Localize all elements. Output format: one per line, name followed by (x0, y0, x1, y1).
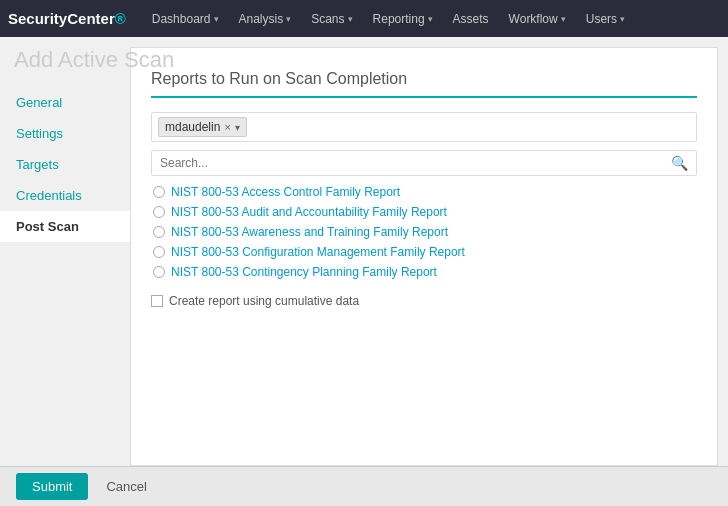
radio-4[interactable] (153, 266, 165, 278)
report-label-3: NIST 800-53 Configuration Management Fam… (171, 245, 465, 259)
radio-2[interactable] (153, 226, 165, 238)
nav-scans[interactable]: Scans ▾ (301, 0, 362, 37)
search-input[interactable] (160, 156, 671, 170)
nav-reporting-arrow: ▾ (428, 14, 433, 24)
cumulative-checkbox[interactable] (151, 295, 163, 307)
tag-dropdown-icon[interactable]: ▾ (235, 122, 240, 133)
section-title: Reports to Run on Scan Completion (151, 70, 697, 88)
report-label-1: NIST 800-53 Audit and Accountability Fam… (171, 205, 447, 219)
nav-reporting-label: Reporting (373, 12, 425, 26)
tag-value: mdaudelin (165, 120, 220, 134)
nav-users[interactable]: Users ▾ (576, 0, 635, 37)
sidebar-item-targets[interactable]: Targets (0, 149, 130, 180)
report-item-2[interactable]: NIST 800-53 Awareness and Training Famil… (151, 222, 697, 242)
nav-analysis[interactable]: Analysis ▾ (229, 0, 302, 37)
logo-center: Center (67, 10, 115, 27)
report-label-2: NIST 800-53 Awareness and Training Famil… (171, 225, 448, 239)
nav-workflow[interactable]: Workflow ▾ (499, 0, 576, 37)
top-nav: SecurityCenter® Dashboard ▾ Analysis ▾ S… (0, 0, 728, 37)
sidebar-item-settings[interactable]: Settings (0, 118, 130, 149)
report-item-0[interactable]: NIST 800-53 Access Control Family Report (151, 182, 697, 202)
report-item-3[interactable]: NIST 800-53 Configuration Management Fam… (151, 242, 697, 262)
sidebar: General Settings Targets Credentials Pos… (0, 37, 130, 466)
search-icon: 🔍 (671, 155, 688, 171)
radio-3[interactable] (153, 246, 165, 258)
nav-dashboard[interactable]: Dashboard ▾ (142, 0, 229, 37)
cumulative-row: Create report using cumulative data (151, 294, 697, 308)
nav-users-arrow: ▾ (620, 14, 625, 24)
nav-dashboard-arrow: ▾ (214, 14, 219, 24)
section-header: Reports to Run on Scan Completion (151, 70, 697, 98)
cancel-button[interactable]: Cancel (98, 473, 154, 500)
tag-close-icon[interactable]: × (224, 121, 230, 133)
nav-workflow-arrow: ▾ (561, 14, 566, 24)
report-list: NIST 800-53 Access Control Family Report… (151, 182, 697, 282)
tag-input-area[interactable]: mdaudelin × ▾ (151, 112, 697, 142)
nav-analysis-label: Analysis (239, 12, 284, 26)
logo-security: Security (8, 10, 67, 27)
radio-1[interactable] (153, 206, 165, 218)
sidebar-item-postscan[interactable]: Post Scan (0, 211, 130, 242)
submit-button[interactable]: Submit (16, 473, 88, 500)
nav-users-label: Users (586, 12, 617, 26)
report-item-4[interactable]: NIST 800-53 Contingency Planning Family … (151, 262, 697, 282)
nav-workflow-label: Workflow (509, 12, 558, 26)
right-panel: Reports to Run on Scan Completion mdaude… (130, 47, 718, 466)
nav-scans-arrow: ▾ (348, 14, 353, 24)
report-label-0: NIST 800-53 Access Control Family Report (171, 185, 400, 199)
nav-dashboard-label: Dashboard (152, 12, 211, 26)
nav-reporting[interactable]: Reporting ▾ (363, 0, 443, 37)
bottom-footer: Submit Cancel (0, 466, 728, 506)
nav-analysis-arrow: ▾ (286, 14, 291, 24)
nav-assets-label: Assets (453, 12, 489, 26)
selected-tag: mdaudelin × ▾ (158, 117, 247, 137)
cumulative-label: Create report using cumulative data (169, 294, 359, 308)
radio-0[interactable] (153, 186, 165, 198)
page-title: Add Active Scan (14, 47, 174, 73)
report-item-1[interactable]: NIST 800-53 Audit and Accountability Fam… (151, 202, 697, 222)
logo: SecurityCenter® (8, 10, 126, 27)
report-label-4: NIST 800-53 Contingency Planning Family … (171, 265, 437, 279)
nav-assets[interactable]: Assets (443, 0, 499, 37)
search-row: 🔍 (151, 150, 697, 176)
nav-scans-label: Scans (311, 12, 344, 26)
content-area: General Settings Targets Credentials Pos… (0, 37, 728, 466)
sidebar-item-general[interactable]: General (0, 87, 130, 118)
sidebar-item-credentials[interactable]: Credentials (0, 180, 130, 211)
